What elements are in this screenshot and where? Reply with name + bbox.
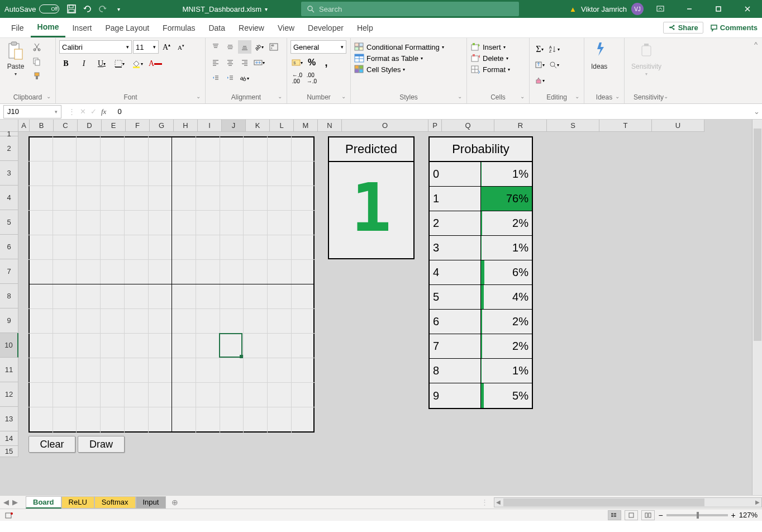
sheet-tab-input[interactable]: Input [136, 496, 166, 509]
normal-view-icon[interactable] [608, 510, 621, 520]
align-center-icon[interactable] [223, 56, 237, 69]
user-name[interactable]: Viktor Jamrich [581, 5, 627, 13]
cut-icon[interactable] [30, 40, 44, 54]
tab-data[interactable]: Data [202, 19, 232, 37]
align-right-icon[interactable] [238, 56, 251, 69]
sheet-nav-next-icon[interactable]: ▶ [12, 498, 18, 506]
expand-formula-icon[interactable]: ⌄ [751, 107, 762, 116]
column-header[interactable]: K [246, 120, 270, 132]
column-header[interactable]: R [494, 120, 547, 132]
border-icon[interactable]: ▾ [113, 57, 126, 70]
spreadsheet-grid[interactable]: ABCDEFGHIJKLMNOPQRSTU 123456789101112131… [0, 120, 762, 495]
decrease-indent-icon[interactable] [209, 72, 222, 85]
format-as-table-button[interactable]: Format as Table▾ [354, 54, 423, 63]
format-painter-icon[interactable] [30, 69, 44, 83]
enter-formula-icon[interactable]: ✓ [91, 107, 97, 116]
save-icon[interactable] [64, 1, 79, 17]
tab-home[interactable]: Home [31, 18, 66, 37]
column-header[interactable]: T [599, 120, 652, 132]
ribbon-display-icon[interactable] [648, 0, 673, 18]
sheet-tab-board[interactable]: Board [26, 496, 61, 509]
cancel-formula-icon[interactable]: ✕ [80, 107, 86, 116]
zoom-out-icon[interactable]: − [658, 511, 663, 520]
tab-developer[interactable]: Developer [301, 19, 350, 37]
tab-review[interactable]: Review [232, 19, 271, 37]
comma-icon[interactable]: , [320, 56, 333, 69]
orientation-icon[interactable]: ab▾ [253, 40, 266, 54]
search-input[interactable]: Search [301, 2, 519, 16]
clear-icon[interactable]: ▾ [533, 74, 546, 87]
insert-cells-button[interactable]: Insert▾ [470, 42, 506, 51]
increase-indent-icon[interactable] [223, 72, 237, 85]
clear-button[interactable]: Clear [28, 436, 75, 453]
redo-icon[interactable] [95, 1, 111, 17]
column-header[interactable]: C [54, 120, 78, 132]
rotate-icon[interactable]: ab▾ [238, 72, 251, 85]
align-bottom-icon[interactable] [238, 40, 251, 54]
zoom-level[interactable]: 127% [739, 511, 758, 519]
column-header[interactable]: N [318, 120, 342, 132]
row-header[interactable]: 2 [0, 136, 18, 161]
decrease-decimal-icon[interactable]: .00→.0 [305, 72, 318, 85]
column-header[interactable]: B [30, 120, 54, 132]
autosave-toggle[interactable]: Off [39, 4, 59, 13]
column-header[interactable]: L [270, 120, 294, 132]
sheet-nav-prev-icon[interactable]: ◀ [3, 498, 9, 506]
column-header[interactable]: E [102, 120, 126, 132]
tab-insert[interactable]: Insert [65, 19, 98, 37]
user-avatar[interactable]: VJ [631, 3, 644, 15]
ideas-button[interactable]: Ideas [588, 40, 611, 72]
column-header[interactable]: D [78, 120, 102, 132]
formula-input[interactable]: 0 [113, 107, 751, 116]
column-header[interactable]: O [342, 120, 428, 132]
column-header[interactable]: H [174, 120, 198, 132]
draw-button[interactable]: Draw [78, 436, 125, 453]
maximize-icon[interactable] [706, 0, 731, 18]
column-header[interactable]: F [126, 120, 150, 132]
paste-button[interactable]: Paste ▾ [3, 40, 28, 78]
decrease-font-icon[interactable]: A▾ [174, 40, 188, 54]
tab-view[interactable]: View [271, 19, 301, 37]
qat-dropdown-icon[interactable]: ▾ [111, 1, 126, 17]
row-header[interactable]: 10 [0, 333, 18, 358]
column-header[interactable]: A [18, 120, 30, 132]
find-icon[interactable]: ▾ [547, 58, 561, 72]
autosum-icon[interactable]: Σ▾ [533, 42, 546, 56]
increase-decimal-icon[interactable]: ←.0.00 [290, 72, 304, 85]
merge-icon[interactable]: ▾ [253, 56, 266, 69]
row-header[interactable]: 6 [0, 235, 18, 259]
delete-cells-button[interactable]: Delete▾ [470, 54, 508, 63]
undo-icon[interactable] [79, 1, 95, 17]
row-header[interactable]: 3 [0, 161, 18, 186]
italic-icon[interactable]: I [77, 57, 91, 70]
row-header[interactable]: 4 [0, 186, 18, 210]
percent-icon[interactable]: % [305, 56, 318, 69]
row-header[interactable]: 1 [0, 132, 18, 136]
horizontal-scrollbar[interactable]: ◀ ▶ [494, 497, 762, 507]
page-layout-view-icon[interactable] [625, 510, 638, 520]
tab-formulas[interactable]: Formulas [156, 19, 202, 37]
row-header[interactable]: 14 [0, 431, 18, 446]
comments-button[interactable]: Comments [710, 22, 758, 34]
column-header[interactable]: U [652, 120, 704, 132]
zoom-slider[interactable] [666, 514, 728, 516]
underline-icon[interactable]: U▾ [95, 57, 108, 70]
close-icon[interactable] [735, 0, 760, 18]
cell-styles-button[interactable]: Cell Styles▾ [354, 65, 405, 74]
copy-icon[interactable] [30, 55, 44, 68]
row-header[interactable]: 8 [0, 284, 18, 308]
align-left-icon[interactable] [209, 56, 222, 69]
autosave-toggle-group[interactable]: AutoSave Off [0, 4, 64, 13]
name-box[interactable]: J10▾ [3, 105, 61, 118]
fill-color-icon[interactable]: ▾ [131, 57, 144, 70]
font-color-icon[interactable]: A [149, 57, 162, 70]
row-header[interactable]: 7 [0, 259, 18, 284]
fill-icon[interactable]: ▾ [533, 58, 546, 72]
tab-help[interactable]: Help [350, 19, 380, 37]
record-macro-icon[interactable] [4, 511, 13, 519]
row-header[interactable]: 13 [0, 407, 18, 431]
bold-icon[interactable]: B [59, 57, 73, 70]
column-header[interactable]: P [428, 120, 442, 132]
number-format-select[interactable]: General▾ [290, 40, 346, 54]
zoom-in-icon[interactable]: + [731, 511, 736, 520]
